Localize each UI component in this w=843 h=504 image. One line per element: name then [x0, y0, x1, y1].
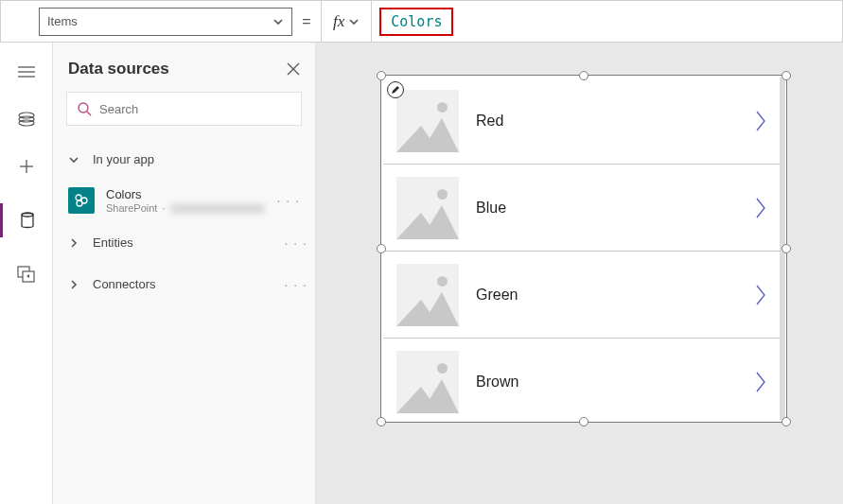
row-title: Brown — [476, 374, 737, 391]
svg-point-14 — [79, 103, 88, 113]
edit-icon[interactable] — [387, 81, 404, 98]
property-label: Items — [47, 14, 78, 28]
svg-point-18 — [77, 200, 82, 206]
section-entities[interactable]: Entities · · · — [53, 222, 315, 264]
fx-icon: fx — [333, 12, 344, 31]
chevron-right-icon[interactable] — [754, 370, 767, 394]
data-sources-panel: Data sources In your app Colors SharePoi… — [53, 43, 316, 504]
row-title: Red — [476, 113, 737, 130]
media-icon[interactable] — [16, 264, 37, 285]
chevron-down-icon — [348, 16, 360, 27]
chevron-right-icon — [68, 279, 79, 290]
selected-gallery[interactable]: Red Blue Green Brown — [380, 75, 787, 423]
left-rail — [0, 43, 53, 504]
data-source-name: Colors — [106, 187, 265, 202]
section-label: Entities — [93, 235, 133, 250]
gallery-row[interactable]: Red — [383, 78, 781, 165]
gallery-row[interactable]: Green — [383, 252, 781, 339]
svg-line-15 — [87, 112, 91, 115]
more-icon[interactable]: · · · — [285, 235, 307, 251]
image-placeholder-icon — [396, 177, 459, 239]
data-source-item[interactable]: Colors SharePoint · · · · — [53, 180, 315, 222]
formula-value: Colors — [379, 8, 453, 36]
formula-bar: Items = fx Colors — [0, 0, 843, 43]
image-placeholder-icon — [396, 351, 459, 413]
svg-point-16 — [76, 195, 81, 200]
section-connectors[interactable]: Connectors · · · — [53, 264, 315, 305]
chevron-down-icon — [272, 16, 284, 27]
gallery: Red Blue Green Brown — [383, 78, 781, 420]
panel-header: Data sources — [53, 43, 315, 92]
search-icon — [77, 101, 92, 116]
row-title: Blue — [476, 200, 737, 217]
property-selector[interactable]: Items — [39, 8, 292, 36]
chevron-right-icon[interactable] — [754, 283, 767, 307]
gallery-row[interactable]: Brown — [383, 339, 781, 420]
data-source-text: Colors SharePoint · — [106, 187, 265, 215]
gallery-row[interactable]: Blue — [383, 165, 781, 252]
chevron-down-icon — [68, 154, 79, 165]
equals-sign: = — [292, 13, 321, 30]
chevron-right-icon[interactable] — [754, 196, 767, 220]
section-label: Connectors — [93, 277, 155, 291]
canvas: Red Blue Green Brown — [316, 43, 843, 504]
tree-view-icon[interactable] — [16, 61, 37, 82]
panel-title: Data sources — [68, 60, 169, 78]
chevron-right-icon[interactable] — [754, 109, 767, 133]
section-label: In your app — [93, 152, 154, 166]
plus-icon[interactable] — [16, 156, 37, 177]
search-box[interactable] — [66, 92, 302, 126]
more-icon[interactable]: · · · — [277, 193, 300, 208]
search-input[interactable] — [99, 102, 291, 116]
fx-button[interactable]: fx — [321, 0, 372, 43]
data-source-subtitle: SharePoint · — [106, 202, 265, 215]
sharepoint-icon — [68, 187, 95, 214]
close-icon[interactable] — [287, 62, 300, 76]
image-placeholder-icon — [396, 264, 459, 326]
row-title: Green — [476, 287, 737, 304]
section-in-your-app[interactable]: In your app — [53, 139, 315, 180]
svg-point-5 — [19, 120, 34, 126]
svg-point-8 — [22, 213, 33, 217]
formula-input-area[interactable]: Colors — [372, 0, 842, 43]
data-sources-icon[interactable] — [0, 203, 51, 237]
more-icon[interactable]: · · · — [285, 277, 307, 292]
chevron-right-icon — [68, 237, 79, 249]
image-placeholder-icon — [396, 90, 459, 152]
insert-icon[interactable] — [16, 109, 37, 130]
